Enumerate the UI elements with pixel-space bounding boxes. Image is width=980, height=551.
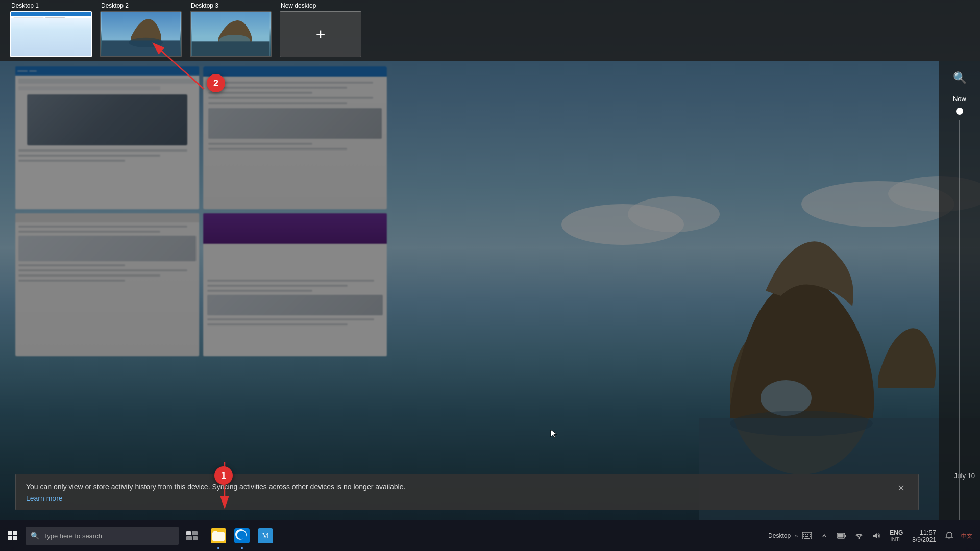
- svg-rect-36: [805, 536, 808, 537]
- notification-banner: You can only view or store activity hist…: [15, 474, 919, 510]
- chevron-up-icon[interactable]: [816, 520, 832, 551]
- taskbar-search-bar[interactable]: 🔍 Type here to search: [26, 527, 179, 545]
- network-icon[interactable]: [851, 520, 867, 551]
- taskbar-search-placeholder: Type here to search: [43, 532, 102, 540]
- edge-indicator: [241, 547, 243, 549]
- edge-icon: [234, 528, 250, 543]
- svg-rect-22: [186, 531, 191, 535]
- timeline-panel: 🔍 Now July 10: [939, 61, 980, 520]
- notification-close-button[interactable]: ✕: [894, 482, 908, 495]
- battery-icon[interactable]: [834, 520, 850, 551]
- taskbar-clock[interactable]: 11:57 8/9/2021: [908, 529, 940, 543]
- svg-rect-24: [186, 536, 192, 540]
- timeline-line: [959, 120, 960, 520]
- timeline-now-label: Now: [953, 95, 966, 103]
- timeline-date-label: July 10: [954, 472, 975, 480]
- taskbar-date: 8/9/2021: [912, 536, 936, 543]
- svg-rect-18: [8, 531, 12, 535]
- taskbar-app-edge[interactable]: [231, 520, 253, 551]
- desktop-1-label: Desktop 1: [10, 2, 39, 9]
- svg-rect-31: [803, 534, 804, 535]
- new-desktop-item[interactable]: New desktop +: [280, 2, 361, 57]
- desktop-2-label: Desktop 2: [100, 2, 129, 9]
- desktop-1-item[interactable]: Desktop 1: [10, 2, 92, 57]
- notification-center-button[interactable]: [941, 520, 958, 551]
- explorer-indicator: [217, 547, 219, 549]
- taskbar-lang-name: ENG: [890, 529, 903, 536]
- task-view-button[interactable]: [181, 520, 203, 551]
- ime-icon[interactable]: 中文: [959, 520, 975, 551]
- taskbar: 🔍 Type here to search: [0, 520, 980, 551]
- svg-rect-40: [845, 535, 846, 537]
- taskbar-app-store[interactable]: M: [254, 520, 277, 551]
- taskbar-lang-region: INTL: [890, 536, 902, 542]
- step-1-badge: 1: [214, 466, 233, 485]
- taskbar-desktop-label: Desktop: [765, 532, 794, 539]
- store-icon: M: [258, 528, 273, 543]
- add-desktop-icon: +: [316, 25, 326, 44]
- taskbar-language[interactable]: ENG INTL: [886, 529, 907, 542]
- start-button[interactable]: [0, 520, 26, 551]
- desktop-3-label: Desktop 3: [190, 2, 218, 9]
- taskbar-system-tray: Desktop »: [765, 520, 980, 551]
- timeline-search-icon[interactable]: 🔍: [953, 71, 967, 85]
- keyboard-icon[interactable]: [799, 520, 815, 551]
- explorer-icon: [211, 528, 226, 543]
- svg-rect-19: [13, 531, 17, 535]
- svg-rect-25: [193, 536, 198, 540]
- svg-point-42: [859, 538, 860, 539]
- svg-rect-35: [803, 536, 804, 537]
- timeline-now-dot: [956, 108, 963, 115]
- svg-rect-34: [810, 534, 811, 535]
- taskbar-apps: M: [207, 520, 277, 551]
- new-desktop-thumbnail[interactable]: +: [280, 11, 361, 57]
- svg-rect-37: [810, 536, 811, 537]
- svg-rect-38: [804, 538, 810, 539]
- desktop-1-thumbnail[interactable]: [10, 11, 92, 57]
- taskbar-app-explorer[interactable]: [207, 520, 230, 551]
- volume-icon[interactable]: [868, 520, 885, 551]
- taskbar-search-icon: 🔍: [31, 532, 39, 540]
- taskbar-chevron-icon[interactable]: »: [795, 533, 798, 539]
- taskbar-time: 11:57: [919, 529, 936, 536]
- svg-line-15: [153, 43, 204, 89]
- svg-rect-23: [192, 531, 198, 535]
- svg-text:M: M: [262, 532, 269, 540]
- new-desktop-label: New desktop: [280, 2, 316, 9]
- svg-rect-32: [805, 534, 806, 535]
- svg-rect-20: [8, 536, 12, 540]
- svg-rect-41: [838, 534, 844, 538]
- svg-rect-21: [13, 536, 17, 540]
- step-2-badge: 2: [207, 74, 225, 92]
- svg-rect-33: [807, 534, 808, 535]
